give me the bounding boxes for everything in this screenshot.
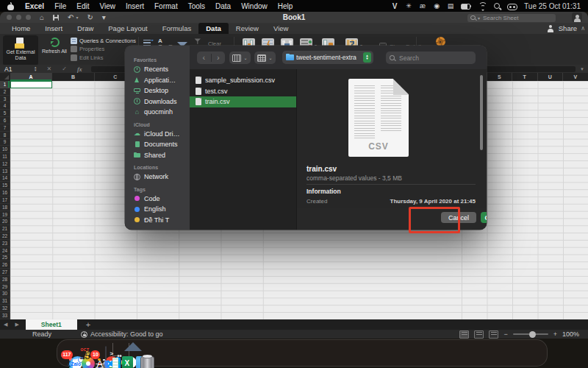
row-header-33[interactable]: 33 (0, 312, 10, 319)
row-header-30[interactable]: 30 (0, 291, 10, 298)
menu-excel[interactable]: Excel (20, 2, 49, 10)
tab-formulas[interactable]: Formulas (155, 23, 199, 34)
sidebar-item-thi-t[interactable]: Đề Thi T (125, 215, 190, 226)
row-header-14[interactable]: 14 (0, 175, 10, 183)
row-header-20[interactable]: 20 (0, 218, 10, 225)
input-source-icon[interactable]: æ (419, 1, 426, 10)
row-header-17[interactable]: 17 (0, 197, 10, 204)
row-header-6[interactable]: 6 (0, 117, 10, 124)
save-button[interactable] (53, 15, 59, 21)
column-header-a[interactable]: A (10, 73, 52, 81)
prev-sheet-icon[interactable]: ◀ (0, 322, 11, 328)
file-row-test-csv[interactable]: test.csv (190, 86, 296, 97)
zoom-out-button[interactable]: − (503, 330, 507, 338)
menu-bar-clock[interactable]: Tue 25 Oct 01:31 (524, 2, 581, 10)
home-quick-button[interactable]: ⌂ (40, 13, 44, 21)
sidebar-item-code[interactable]: Code (125, 194, 190, 205)
search-sheet-input[interactable] (481, 14, 543, 22)
refresh-all-button[interactable]: Refresh All (41, 35, 68, 66)
search-scope-dropdown-icon[interactable]: ▾ (478, 15, 480, 21)
preview-scrollbar[interactable] (480, 75, 483, 150)
tab-home[interactable]: Home (4, 23, 37, 34)
sidebar-item-icloud-dri[interactable]: ☁iCloud Dri… (125, 129, 190, 140)
control-center-icon[interactable] (507, 1, 517, 10)
confirm-entry-icon[interactable]: ✓ (57, 66, 72, 72)
tab-review[interactable]: Review (229, 23, 266, 34)
row-header-27[interactable]: 27 (0, 269, 10, 276)
row-header-12[interactable]: 12 (0, 160, 10, 168)
row-header-21[interactable]: 21 (0, 225, 10, 233)
row-header-19[interactable]: 19 (0, 211, 10, 219)
search-sheet-field[interactable]: ▾ (467, 14, 556, 22)
zoom-level[interactable]: 100% (562, 330, 579, 338)
dock-calendar-icon[interactable]: OCT25 (80, 344, 90, 361)
page-break-view-button[interactable] (489, 330, 498, 339)
row-header-18[interactable]: 18 (0, 204, 10, 211)
row-header-4[interactable]: 4 (0, 102, 10, 110)
menu-insert[interactable]: Insert (121, 2, 149, 10)
group-view-button[interactable]: ⌄ (254, 52, 276, 64)
back-button[interactable]: ‹ (197, 52, 211, 63)
row-header-22[interactable]: 22 (0, 233, 10, 240)
dialog-search-field[interactable] (386, 52, 476, 64)
select-all-corner[interactable] (0, 73, 11, 81)
sidebar-item-desktop[interactable]: Desktop (125, 85, 190, 96)
selected-cell-a1[interactable] (10, 81, 52, 88)
v-logo-icon[interactable]: V (391, 1, 398, 10)
tab-draw[interactable]: Draw (70, 23, 101, 34)
row-header-15[interactable]: 15 (0, 182, 10, 189)
current-folder-dropdown[interactable]: tweet-sentiment-extracti… ▲▼ (282, 51, 373, 64)
insert-function-icon[interactable]: fx (72, 66, 87, 73)
sidebar-item-documents[interactable]: Documents (125, 139, 190, 150)
row-header-9[interactable]: 9 (0, 139, 10, 146)
row-headers[interactable]: 1234567891011121314151617181920212223242… (0, 81, 10, 319)
menu-view[interactable]: View (95, 2, 121, 10)
zoom-in-button[interactable]: + (553, 330, 557, 338)
column-header-t[interactable]: T (512, 73, 538, 81)
sidebar-item-downloads[interactable]: Downloads (125, 96, 190, 107)
menu-edit[interactable]: Edit (71, 2, 94, 10)
sidebar-item-english[interactable]: English (125, 204, 190, 215)
tab-data[interactable]: Data (198, 23, 229, 34)
row-header-23[interactable]: 23 (0, 240, 10, 247)
row-header-11[interactable]: 11 (0, 153, 10, 160)
row-header-26[interactable]: 26 (0, 261, 10, 269)
row-header-16[interactable]: 16 (0, 189, 10, 197)
get-external-data-button[interactable]: Get External Data (3, 35, 38, 66)
add-sheet-button[interactable]: + (77, 320, 99, 329)
battery-icon[interactable] (461, 1, 471, 10)
row-header-7[interactable]: 7 (0, 124, 10, 132)
get-data-button[interactable]: Get Data (481, 212, 487, 223)
sheet-tab-sheet1[interactable]: Sheet1 (26, 319, 77, 330)
column-header-b[interactable]: B (52, 73, 94, 81)
row-header-25[interactable]: 25 (0, 255, 10, 262)
row-header-13[interactable]: 13 (0, 168, 10, 175)
sidebar-item-network[interactable]: Network (125, 171, 190, 183)
share-button[interactable]: Share (559, 24, 577, 32)
quick-access-dropdown-icon[interactable]: ▾ (102, 13, 106, 21)
menu-format[interactable]: Format (149, 2, 183, 10)
normal-view-button[interactable] (459, 330, 469, 339)
menu-file[interactable]: File (49, 2, 71, 10)
profile-icon[interactable] (572, 13, 582, 22)
forward-button[interactable]: › (212, 52, 226, 63)
menu-tools[interactable]: Tools (183, 2, 210, 10)
row-header-32[interactable]: 32 (0, 305, 10, 312)
zoom-window-icon[interactable] (26, 15, 31, 20)
redo-button[interactable]: ↻ (87, 13, 93, 21)
minimize-window-icon[interactable] (16, 15, 21, 20)
close-window-icon[interactable] (7, 15, 12, 20)
undo-button[interactable]: ↶▾ (68, 13, 78, 21)
row-header-1[interactable]: 1 (0, 81, 10, 88)
spotlight-icon[interactable] (493, 1, 501, 10)
cancel-entry-icon[interactable]: ✕ (41, 66, 57, 72)
queries-connections-button[interactable]: Queries & Connections (71, 37, 136, 44)
name-box-stepper[interactable]: ▲▼ (34, 66, 37, 72)
page-layout-view-button[interactable] (474, 330, 484, 339)
apple-menu-icon[interactable] (7, 3, 14, 10)
dialog-search-input[interactable] (398, 54, 463, 63)
menu-window[interactable]: Window (236, 2, 273, 10)
display-icon[interactable]: ▤ (447, 1, 454, 10)
folder-stepper-icon[interactable]: ▲▼ (363, 52, 371, 63)
collapse-ribbon-icon[interactable]: ∧ (581, 25, 585, 32)
